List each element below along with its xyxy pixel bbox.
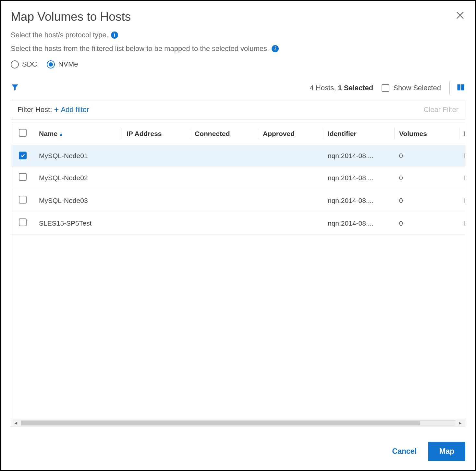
- protocol-radio-nvme[interactable]: NVMe: [47, 60, 78, 68]
- hosts-table: Name▲ IP Address Connected Approved Iden…: [11, 122, 465, 235]
- filter-icon[interactable]: [11, 83, 19, 93]
- hosts-instruction: Select the hosts from the filtered list …: [11, 44, 269, 53]
- cell-protocol: NVM: [459, 212, 465, 235]
- clear-filter-button[interactable]: Clear Filter: [423, 105, 458, 114]
- column-header-name[interactable]: Name▲: [34, 122, 122, 145]
- divider: [449, 81, 450, 94]
- row-checkbox[interactable]: [19, 173, 27, 181]
- add-filter-label: Add filter: [61, 105, 89, 114]
- checkbox-icon: [382, 84, 389, 92]
- horizontal-scrollbar[interactable]: ◄ ►: [11, 419, 465, 427]
- sort-asc-icon: ▲: [59, 131, 63, 137]
- plus-icon: +: [54, 105, 59, 115]
- info-icon[interactable]: i: [111, 31, 118, 39]
- cell-volumes: 0: [395, 167, 459, 189]
- cell-name: MySQL-Node01: [34, 145, 122, 167]
- table-row[interactable]: MySQL-Node03nqn.2014-08....0NVM: [11, 189, 465, 212]
- protocol-radio-sdc[interactable]: SDC: [11, 60, 37, 68]
- svg-rect-3: [461, 84, 464, 91]
- protocol-radio-group: SDC NVMe: [11, 60, 465, 68]
- cell-approved: [258, 189, 323, 212]
- info-icon[interactable]: i: [272, 45, 279, 52]
- filter-label: Filter Host:: [18, 105, 52, 114]
- map-volumes-dialog: Map Volumes to Hosts Select the host/s p…: [0, 0, 476, 471]
- cell-name: MySQL-Node03: [34, 189, 122, 212]
- cell-connected: [190, 145, 258, 167]
- column-header-identifier[interactable]: Identifier: [323, 122, 395, 145]
- cell-ip: [122, 167, 190, 189]
- column-header-approved[interactable]: Approved: [258, 122, 323, 145]
- cancel-button[interactable]: Cancel: [390, 444, 419, 459]
- svg-rect-2: [458, 84, 460, 91]
- host-count: 4 Hosts, 1 Selected: [310, 84, 373, 92]
- cell-connected: [190, 189, 258, 212]
- cell-identifier: nqn.2014-08....: [323, 145, 395, 167]
- row-checkbox[interactable]: [19, 218, 27, 226]
- table-row[interactable]: MySQL-Node01nqn.2014-08....0NVM: [11, 145, 465, 167]
- radio-label: NVMe: [58, 60, 78, 68]
- add-filter-button[interactable]: + Add filter: [54, 105, 89, 115]
- scroll-right-icon[interactable]: ►: [457, 420, 464, 426]
- cell-volumes: 0: [395, 189, 459, 212]
- cell-ip: [122, 189, 190, 212]
- close-icon[interactable]: [455, 10, 465, 22]
- cell-approved: [258, 167, 323, 189]
- column-settings-icon[interactable]: [456, 83, 465, 93]
- cell-volumes: 0: [395, 212, 459, 235]
- scroll-left-icon[interactable]: ◄: [12, 420, 19, 426]
- cell-approved: [258, 145, 323, 167]
- radio-icon: [47, 60, 55, 68]
- radio-icon: [11, 60, 19, 68]
- column-header-volumes[interactable]: Volumes: [395, 122, 459, 145]
- cell-protocol: NVM: [459, 189, 465, 212]
- select-all-checkbox[interactable]: [19, 129, 27, 137]
- cell-protocol: NVM: [459, 167, 465, 189]
- dialog-title: Map Volumes to Hosts: [11, 10, 131, 24]
- column-header-ip[interactable]: IP Address: [122, 122, 190, 145]
- filter-bar: Filter Host: + Add filter Clear Filter: [11, 100, 465, 119]
- show-selected-toggle[interactable]: Show Selected: [382, 84, 441, 92]
- map-button[interactable]: Map: [428, 442, 465, 461]
- cell-identifier: nqn.2014-08....: [323, 212, 395, 235]
- cell-approved: [258, 212, 323, 235]
- protocol-instruction: Select the host/s protocol type.: [11, 31, 108, 39]
- cell-ip: [122, 145, 190, 167]
- table-row[interactable]: MySQL-Node02nqn.2014-08....0NVM: [11, 167, 465, 189]
- cell-protocol: NVM: [459, 145, 465, 167]
- show-selected-label: Show Selected: [393, 84, 441, 92]
- column-header-protocol[interactable]: Protocol: [459, 122, 465, 145]
- row-checkbox[interactable]: [19, 196, 27, 204]
- radio-label: SDC: [22, 60, 37, 68]
- cell-connected: [190, 212, 258, 235]
- row-checkbox[interactable]: [19, 152, 27, 159]
- column-header-connected[interactable]: Connected: [190, 122, 258, 145]
- cell-connected: [190, 167, 258, 189]
- cell-name: SLES15-SP5Test: [34, 212, 122, 235]
- cell-identifier: nqn.2014-08....: [323, 189, 395, 212]
- cell-identifier: nqn.2014-08....: [323, 167, 395, 189]
- table-row[interactable]: SLES15-SP5Testnqn.2014-08....0NVM: [11, 212, 465, 235]
- cell-volumes: 0: [395, 145, 459, 167]
- cell-name: MySQL-Node02: [34, 167, 122, 189]
- cell-ip: [122, 212, 190, 235]
